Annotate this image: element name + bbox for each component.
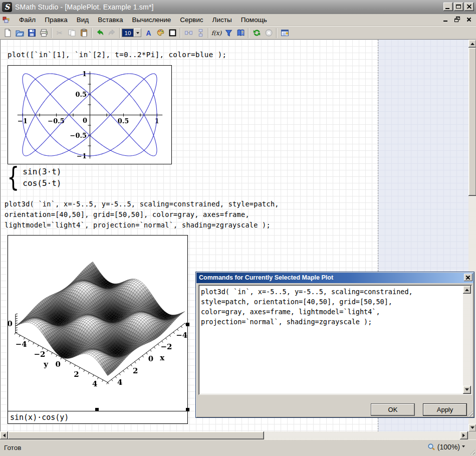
app-window: S SMath Studio - [MaplePlot. Example 1.s… <box>0 0 476 456</box>
toolbar: ✂ 10 A f(x) ? <box>0 26 476 39</box>
dialog-command-line-2: style=patch, orientation=[40,50], grid=[… <box>201 297 462 307</box>
apply-button[interactable]: Apply <box>423 403 467 416</box>
toolbar-separator <box>208 28 209 38</box>
plot3d-line-3: lightmodel=`light4`, projection=`normal`… <box>5 220 279 231</box>
menu-file[interactable]: Файл <box>15 15 40 26</box>
plot-3d-region[interactable]: sin(x)·cos(y) <box>8 235 188 424</box>
plot-2d-region[interactable] <box>8 65 172 164</box>
undo-icon <box>96 29 104 37</box>
ok-button[interactable]: OK <box>371 403 415 416</box>
font-size-combo[interactable]: 10 <box>122 29 134 37</box>
toolbar-separator <box>119 28 120 38</box>
horizontal-scroll-thumb[interactable] <box>8 431 264 439</box>
recalculate-button[interactable] <box>251 27 263 39</box>
save-floppy-icon <box>28 29 36 37</box>
mdi-close-button[interactable] <box>465 16 473 23</box>
menu-bar: Файл Правка Вид Вставка Вычисление Серви… <box>0 14 476 26</box>
filter-button[interactable] <box>222 27 234 39</box>
palette-icon <box>156 29 165 37</box>
minimize-button[interactable] <box>443 3 453 11</box>
horizontal-scrollbar[interactable] <box>0 431 476 439</box>
new-button[interactable] <box>2 27 14 39</box>
options-button[interactable] <box>279 27 291 39</box>
reference-book-button[interactable]: ? <box>234 27 247 39</box>
zoom-dropdown-icon[interactable] <box>462 445 465 449</box>
resize-handle-bottom-right[interactable] <box>186 408 189 411</box>
vertical-scroll-thumb[interactable] <box>468 48 476 196</box>
undo-button[interactable] <box>94 27 106 39</box>
font-color-icon: A <box>144 29 153 37</box>
border-button[interactable] <box>166 27 178 39</box>
svg-text:A: A <box>146 29 151 37</box>
scroll-right-button[interactable] <box>460 431 468 439</box>
dialog-close-button[interactable] <box>464 274 472 281</box>
dialog-command-line-1: plot3d( `in`, x=-5..5, y=-5..5, scaling=… <box>201 287 462 297</box>
font-size-dropdown-button[interactable] <box>134 29 141 37</box>
redo-button[interactable] <box>106 27 118 39</box>
insert-function-button[interactable]: f(x) <box>210 27 222 39</box>
resize-handle-bottom-center[interactable] <box>95 408 99 411</box>
mdi-restore-button[interactable] <box>453 16 461 23</box>
equation-system[interactable]: { sin(3·t) cos(5·t) <box>5 165 61 190</box>
zoom-level[interactable]: (100%) <box>437 443 460 451</box>
menu-view[interactable]: Вид <box>72 15 93 26</box>
close-button[interactable] <box>464 3 474 11</box>
menu-sheets[interactable]: Листы <box>208 15 236 26</box>
menu-service[interactable]: Сервис <box>175 15 207 26</box>
open-button[interactable] <box>14 27 26 39</box>
resize-handle-right-middle[interactable] <box>186 323 189 326</box>
scrollbar-corner <box>468 431 476 439</box>
toolbar-separator <box>180 28 181 38</box>
system-equation-1: sin(3·t) <box>23 167 61 176</box>
copy-button[interactable] <box>66 27 78 39</box>
dialog-command-line-3: color=gray, axes=frame, lightmodel=`ligh… <box>201 307 462 317</box>
stop-icon <box>265 29 273 37</box>
menu-calculation[interactable]: Вычисление <box>127 15 175 26</box>
document-icon[interactable] <box>3 16 11 24</box>
save-button[interactable] <box>26 27 38 39</box>
menu-help[interactable]: Помощь <box>236 15 272 26</box>
horizontal-spacing-button[interactable] <box>182 27 194 39</box>
dialog-title-bar[interactable]: Commands for Currently Selected Maple Pl… <box>196 273 473 283</box>
cut-button[interactable]: ✂ <box>54 27 66 39</box>
dialog-command-line-4: projection=`normal`, shading=zgrayscale … <box>201 317 462 327</box>
scroll-up-button[interactable] <box>468 40 476 48</box>
background-color-button[interactable] <box>154 27 166 39</box>
arrow-up-icon <box>465 287 469 291</box>
maximize-icon <box>456 5 461 9</box>
magnifier-icon[interactable] <box>427 443 435 451</box>
lissajous-plot <box>8 66 171 164</box>
dialog-resize-grip[interactable] <box>466 410 473 416</box>
dialog-command-textarea[interactable]: plot3d( `in`, x=-5..5, y=-5..5, scaling=… <box>198 285 472 395</box>
arrow-left-icon <box>1 433 6 437</box>
dialog-scroll-down-button[interactable] <box>463 386 471 394</box>
interrupt-button[interactable] <box>263 27 275 39</box>
menu-insert[interactable]: Вставка <box>93 15 127 26</box>
window-resize-grip[interactable] <box>469 448 475 454</box>
mdi-minimize-button[interactable] <box>442 16 450 23</box>
new-page-icon <box>4 29 12 37</box>
paste-button[interactable] <box>78 27 90 39</box>
font-color-button[interactable]: A <box>142 27 154 39</box>
vertical-spacing-button[interactable] <box>194 27 206 39</box>
scroll-left-button[interactable] <box>0 431 8 439</box>
print-button[interactable] <box>38 27 50 39</box>
scroll-down-button[interactable] <box>468 424 476 431</box>
app-logo-icon: S <box>2 2 12 12</box>
arrow-right-icon <box>462 433 467 437</box>
menu-edit[interactable]: Правка <box>40 15 72 26</box>
funnel-icon <box>224 29 233 37</box>
refresh-icon <box>253 29 261 37</box>
maple-command-plot3d[interactable]: plot3d( `in`, x=-5..5, y=-5..5, scaling=… <box>5 199 279 231</box>
dialog-textarea-scrollbar[interactable] <box>463 286 471 394</box>
open-folder-icon <box>16 29 24 37</box>
arrow-up-icon <box>470 41 474 45</box>
maple-command-1[interactable]: plot([`in`[1], `in`[2], t=0..2*Pi], colo… <box>8 51 227 59</box>
status-bar: Готов (100%) <box>0 439 476 456</box>
maple-commands-dialog[interactable]: Commands for Currently Selected Maple Pl… <box>195 272 474 418</box>
dialog-scroll-up-button[interactable] <box>463 286 471 294</box>
maximize-button[interactable] <box>454 3 463 11</box>
function-icon: f(x) <box>211 30 222 37</box>
paste-clipboard-icon <box>80 29 88 37</box>
chevron-down-icon <box>136 32 139 36</box>
